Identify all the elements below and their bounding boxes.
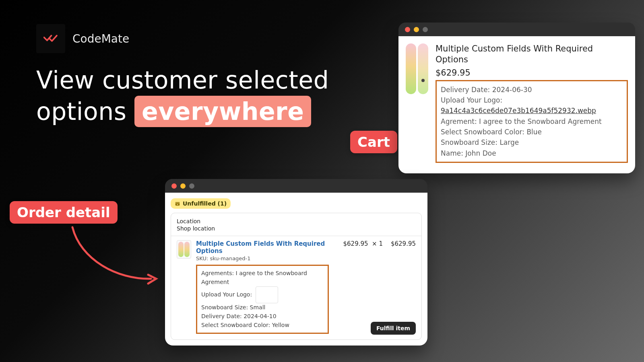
cart-window-titlebar [398, 23, 635, 36]
order-item-sku: SKU: sku-managed-1 [196, 255, 334, 261]
fulfill-item-button[interactable]: Fulfill item [371, 322, 416, 335]
close-icon[interactable] [405, 27, 410, 32]
headline-highlight: everywhere [134, 96, 311, 127]
order-item-main: Multiple Custom Fields With Required Opt… [196, 240, 334, 334]
cart-option-size: Snowboard Size: Large [441, 137, 623, 148]
cart-window: Multiple Custom Fields With Required Opt… [398, 23, 635, 173]
order-option-color: Select Snowboard Color: Yellow [201, 321, 324, 330]
label-cart: Cart [350, 131, 397, 153]
brand: CodeMate [36, 24, 129, 53]
location-label: Location [177, 218, 416, 224]
order-item-title-link[interactable]: Multiple Custom Fields With Required Opt… [196, 240, 334, 255]
unfulfilled-badge: Unfulfilled (1) [171, 198, 231, 209]
order-item-unit-price: $629.95 × 1 [339, 240, 383, 334]
minimize-icon[interactable] [414, 27, 419, 32]
order-option-size: Snowboard Size: Small [201, 303, 324, 312]
cart-option-agreement: Agrement: I agree to the Snowboard Agrem… [441, 116, 623, 127]
cart-item-thumbnail [406, 43, 428, 94]
order-window-body: Unfulfilled (1) Location Shop location M… [165, 193, 427, 346]
headline-line2-pre: options [36, 97, 134, 125]
maximize-icon[interactable] [423, 27, 428, 32]
headline-line2: options everywhere [36, 96, 329, 127]
cart-option-delivery-date: Delivery Date: 2024-06-30 [441, 84, 623, 95]
cart-item-title: Multiple Custom Fields With Required Opt… [436, 43, 628, 66]
unfulfilled-badge-text: Unfulfilled (1) [183, 200, 227, 207]
divider [171, 236, 421, 236]
cart-option-name: Name: John Doe [441, 148, 623, 158]
close-icon[interactable] [171, 183, 177, 189]
cart-item-info: Multiple Custom Fields With Required Opt… [436, 43, 628, 163]
label-order-detail: Order detail [10, 201, 118, 224]
arrow-to-order [68, 223, 161, 288]
order-card: Location Shop location Multiple Custom F… [171, 213, 422, 340]
unfulfilled-icon [175, 201, 180, 206]
order-item-thumbnail [177, 240, 191, 259]
brand-logo-icon [43, 34, 58, 43]
cart-item-options: Delivery Date: 2024-06-30 Upload Your Lo… [436, 80, 628, 163]
cart-window-body: Multiple Custom Fields With Required Opt… [398, 36, 635, 173]
order-option-upload-label: Upload Your Logo: [201, 291, 252, 298]
order-window-titlebar [165, 179, 427, 193]
cart-option-upload-label: Upload Your Logo: [441, 95, 623, 105]
order-item-line-total: $629.95 [391, 240, 416, 334]
brand-name: CodeMate [72, 32, 129, 45]
brand-logo [36, 24, 65, 53]
cart-item-price: $629.95 [436, 68, 628, 78]
cart-option-color: Select Snowboard Color: Blue [441, 127, 623, 137]
location-value: Shop location [177, 225, 416, 232]
maximize-icon[interactable] [189, 183, 194, 189]
minimize-icon[interactable] [180, 183, 186, 189]
order-item-pricing: $629.95 × 1 $629.95 [339, 240, 416, 334]
cart-option-upload-file[interactable]: 9a14c4a3c6ce6de07e3b1649a5f52932.webp [441, 105, 623, 116]
order-line-item: Multiple Custom Fields With Required Opt… [177, 240, 416, 334]
order-option-upload: Upload Your Logo: [201, 286, 324, 303]
headline-line1: View customer selected [36, 64, 329, 96]
headline: View customer selected options everywher… [36, 64, 329, 127]
order-option-delivery-date: Delivery Date: 2024-04-10 [201, 312, 324, 321]
order-window: Unfulfilled (1) Location Shop location M… [165, 179, 427, 346]
uploaded-logo-thumbnail[interactable] [256, 286, 278, 303]
order-option-agreement: Agrements: I agree to the Snowboard Agre… [201, 269, 324, 286]
order-item-options: Agrements: I agree to the Snowboard Agre… [196, 265, 329, 334]
